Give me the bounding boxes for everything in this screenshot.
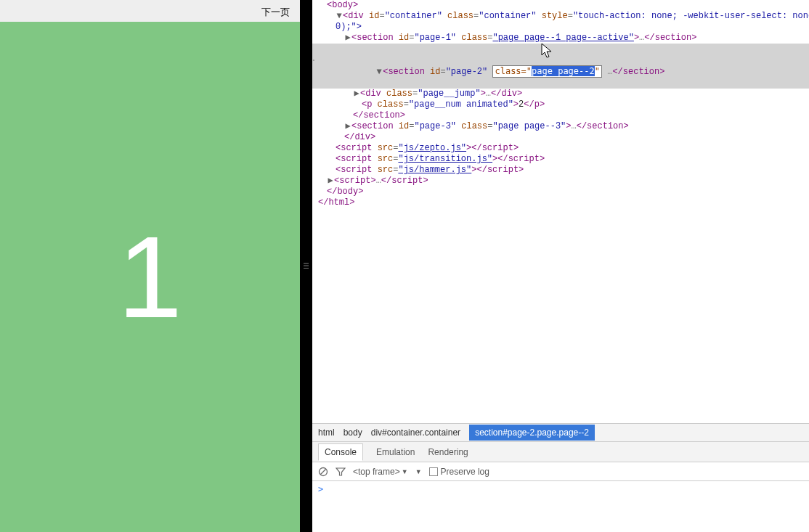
- node-body-open[interactable]: <body>: [312, 0, 809, 11]
- node-page2-close[interactable]: </section>: [312, 110, 809, 121]
- filter-icon[interactable]: [336, 467, 346, 477]
- next-page-button[interactable]: 下一页: [261, 6, 290, 19]
- collapse-triangle-down-icon[interactable]: ▼: [336, 11, 343, 22]
- node-container-line2[interactable]: 0);">: [312, 22, 809, 33]
- chevron-down-icon: ▼: [402, 468, 408, 475]
- svg-marker-2: [336, 468, 345, 475]
- node-endhtml[interactable]: </html>: [312, 197, 809, 208]
- preview-toolbar: 下一页: [0, 0, 300, 22]
- console-prompt-icon: >: [318, 484, 323, 494]
- frame-selector-label: <top frame>: [353, 467, 400, 477]
- node-container[interactable]: ▼<div id="container" class="container" s…: [312, 11, 809, 22]
- elements-tree[interactable]: <body> ▼<div id="container" class="conta…: [312, 0, 809, 423]
- splitter-handle-icon: |||: [304, 263, 310, 269]
- frame-selector[interactable]: <top frame> ▼: [353, 467, 408, 477]
- node-script-3[interactable]: <script src="js/hammer.js"></script>: [312, 165, 809, 176]
- node-endbody[interactable]: </body>: [312, 187, 809, 197]
- node-enddiv[interactable]: </div>: [312, 132, 809, 143]
- breadcrumb: html body div#container.container sectio…: [312, 423, 809, 441]
- tab-rendering[interactable]: Rendering: [428, 447, 468, 457]
- node-page-2-selected[interactable]: ••• ▼<section id="page-2" class="page pa…: [312, 44, 809, 89]
- expand-triangle-right-icon[interactable]: ▶: [327, 176, 334, 187]
- checkbox-icon[interactable]: [429, 467, 438, 476]
- crumb-body[interactable]: body: [343, 427, 362, 438]
- devtools-pane: <body> ▼<div id="container" class="conta…: [312, 0, 809, 532]
- pane-splitter[interactable]: |||: [301, 0, 312, 532]
- page-viewport[interactable]: 1: [0, 22, 300, 532]
- crumb-html[interactable]: html: [318, 427, 335, 438]
- node-page-1[interactable]: ▶<section id="page-1" class="page page--…: [312, 33, 809, 44]
- expand-triangle-right-icon[interactable]: ▶: [353, 89, 360, 99]
- collapse-triangle-down-icon[interactable]: ▼: [375, 67, 383, 78]
- class-attribute-editor[interactable]: class="page page--2": [492, 65, 602, 78]
- node-inline-script[interactable]: ▶<script>…</script>: [312, 176, 809, 187]
- crumb-section-page2[interactable]: section#page-2.page.page--2: [469, 425, 595, 441]
- clear-console-icon[interactable]: [318, 467, 328, 477]
- node-script-1[interactable]: <script src="js/zepto.js"></script>: [312, 143, 809, 154]
- preserve-log-label: Preserve log: [441, 467, 489, 477]
- expand-triangle-right-icon[interactable]: ▶: [344, 33, 351, 44]
- expand-triangle-right-icon[interactable]: ▶: [344, 121, 351, 132]
- tab-emulation[interactable]: Emulation: [376, 447, 415, 457]
- console-body[interactable]: >: [312, 480, 809, 532]
- node-page-3[interactable]: ▶<section id="page-3" class="page page--…: [312, 121, 809, 132]
- crumb-container[interactable]: div#container.container: [371, 427, 460, 438]
- page-number-display: 1: [118, 210, 182, 344]
- node-page-num[interactable]: <p class="page__num animated">2</p>: [312, 99, 809, 110]
- preserve-log-toggle[interactable]: Preserve log: [429, 467, 489, 477]
- svg-line-1: [320, 469, 325, 474]
- gutter-dots-icon: •••: [312, 54, 315, 65]
- node-script-2[interactable]: <script src="js/transition.js"></script>: [312, 154, 809, 165]
- tab-console[interactable]: Console: [318, 443, 363, 461]
- console-toolbar: <top frame> ▼ ▼ Preserve log: [312, 462, 809, 480]
- chevron-down-icon[interactable]: ▼: [415, 468, 422, 475]
- node-page-jump[interactable]: ▶<div class="page__jump">…</div>: [312, 89, 809, 99]
- preview-pane: 下一页 1: [0, 0, 301, 532]
- drawer-tabs: Console Emulation Rendering: [312, 441, 809, 462]
